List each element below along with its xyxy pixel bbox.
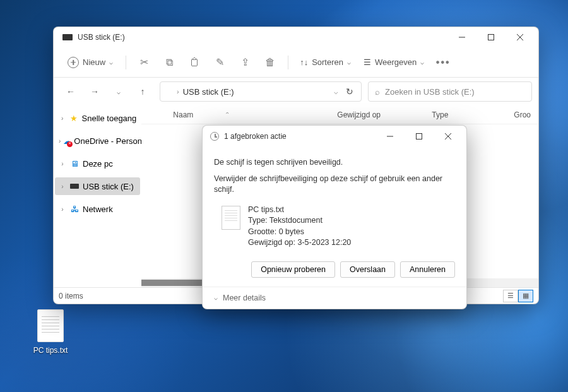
retry-button[interactable]: Opnieuw proberen <box>251 261 335 278</box>
dialog-maximize-button[interactable] <box>405 127 434 146</box>
minimize-button[interactable] <box>447 28 476 47</box>
new-label: Nieuw <box>83 57 105 67</box>
file-modified: Gewijzigd op: 3-5-2023 12:20 <box>248 237 351 249</box>
desktop-file-label: PC tips.txt <box>25 346 76 355</box>
sidebar-label: Snelle toegang <box>82 114 137 123</box>
more-button[interactable]: ••• <box>432 52 454 73</box>
network-icon: 🖧 <box>69 205 80 214</box>
sort-button[interactable]: ↑↓ Sorteren ⌵ <box>295 54 356 71</box>
expand-icon[interactable]: › <box>59 115 66 122</box>
sidebar-item-onedrive[interactable]: › ☁ OneDrive - Personal <box>55 132 140 150</box>
expand-icon[interactable]: › <box>59 160 66 167</box>
chevron-down-icon: ⌵ <box>214 294 218 301</box>
svg-rect-1 <box>488 35 494 40</box>
sort-label: Sorteren <box>312 57 343 67</box>
chevron-down-icon: ⌵ <box>347 59 351 66</box>
dialog-buttons: Opnieuw proberen Overslaan Annuleren <box>203 258 466 280</box>
refresh-button[interactable]: ↻ <box>342 82 357 101</box>
item-count: 0 items <box>59 292 83 300</box>
file-info: PC tips.txt Type: Tekstdocument Grootte:… <box>214 201 455 255</box>
search-input[interactable]: ⌕ Zoeken in USB stick (E:) <box>368 81 532 102</box>
col-type[interactable]: Type <box>432 110 514 119</box>
address-bar[interactable]: › USB stick (E:) ⌵ ↻ <box>160 81 362 102</box>
dialog-minimize-button[interactable] <box>376 127 405 146</box>
new-button[interactable]: Nieuw ⌵ <box>61 53 119 72</box>
pc-icon: 🖥︎ <box>69 159 80 169</box>
drive-icon <box>62 34 73 40</box>
star-icon: ★ <box>68 114 79 123</box>
dialog-message-2: Verwijder de schrijfbeveiliging op deze … <box>214 174 455 196</box>
sidebar-label: OneDrive - Personal <box>74 136 141 146</box>
chevron-down-icon[interactable]: ⌵ <box>334 88 338 96</box>
cut-button[interactable]: ✂ <box>133 52 155 73</box>
sidebar-label: Netwerk <box>83 205 113 214</box>
dialog-footer[interactable]: ⌵ Meer details <box>203 287 466 309</box>
breadcrumb[interactable]: USB stick (E:) <box>183 87 234 97</box>
chevron-down-icon: ⌵ <box>420 59 424 66</box>
recent-button[interactable]: ⌵ <box>108 82 129 101</box>
file-size: Grootte: 0 bytes <box>248 227 351 238</box>
titlebar[interactable]: USB stick (E:) <box>54 27 538 47</box>
search-placeholder: Zoeken in USB stick (E:) <box>385 87 475 97</box>
separator <box>288 56 288 69</box>
sidebar-item-quickaccess[interactable]: › ★ Snelle toegang <box>55 109 140 127</box>
expand-icon[interactable]: › <box>59 138 61 145</box>
view-button[interactable]: ☰ Weergeven ⌵ <box>358 54 429 71</box>
sidebar-label: Deze pc <box>83 159 113 169</box>
view-thumbnails-button[interactable]: ▦ <box>518 290 533 302</box>
drive-icon <box>164 89 173 94</box>
file-name: PC tips.txt <box>248 205 351 216</box>
search-icon: ⌕ <box>375 87 380 97</box>
document-icon <box>222 206 240 230</box>
cancel-button[interactable]: Annuleren <box>400 261 455 278</box>
more-details-label: Meer details <box>223 294 266 302</box>
paste-button[interactable]: 📋︎ <box>183 52 206 73</box>
sidebar: › ★ Snelle toegang › ☁ OneDrive - Person… <box>54 105 141 287</box>
expand-icon[interactable]: › <box>59 206 66 213</box>
skip-button[interactable]: Overslaan <box>340 261 395 278</box>
dialog-titlebar[interactable]: 1 afgebroken actie <box>203 126 466 147</box>
rename-button[interactable]: ✎ <box>208 52 231 73</box>
file-type: Type: Tekstdocument <box>248 215 351 227</box>
txt-file-icon <box>37 309 64 342</box>
col-modified[interactable]: Gewijzigd op <box>337 110 432 119</box>
svg-rect-5 <box>417 134 422 140</box>
toolbar: Nieuw ⌵ ✂ ⧉ 📋︎ ✎ ⇪ 🗑︎ ↑↓ Sorteren ⌵ ☰ We… <box>54 47 538 78</box>
sort-indicator-icon: ⌃ <box>225 111 230 118</box>
view-label: Weergeven <box>375 57 417 67</box>
sidebar-item-thispc[interactable]: › 🖥︎ Deze pc <box>55 155 140 172</box>
dialog-close-button[interactable] <box>434 127 463 146</box>
separator <box>126 56 126 69</box>
col-name[interactable]: Naam <box>173 110 193 119</box>
expand-icon[interactable]: › <box>59 183 66 190</box>
sidebar-label: USB stick (E:) <box>83 182 134 191</box>
plus-icon <box>68 57 79 68</box>
col-size[interactable]: Groo <box>514 110 531 119</box>
forward-button[interactable]: → <box>84 82 105 101</box>
dialog-title: 1 afgebroken actie <box>224 132 376 141</box>
chevron-right-icon: › <box>177 88 179 95</box>
error-dialog: 1 afgebroken actie De schijf is tegen sc… <box>202 125 467 309</box>
view-details-button[interactable]: ☰ <box>503 290 518 302</box>
sidebar-item-usb[interactable]: › USB stick (E:) <box>55 177 140 195</box>
up-button[interactable]: ↑ <box>132 82 153 101</box>
dialog-body: De schijf is tegen schrijven beveiligd. … <box>203 147 466 258</box>
navigation-row: ← → ⌵ ↑ › USB stick (E:) ⌵ ↻ ⌕ Zoeken in… <box>54 78 538 105</box>
chevron-down-icon: ⌵ <box>109 59 113 66</box>
sort-icon: ↑↓ <box>300 57 308 67</box>
window-title: USB stick (E:) <box>78 33 447 42</box>
clock-icon <box>210 132 219 141</box>
cloud-icon: ☁ <box>63 136 71 146</box>
share-button[interactable]: ⇪ <box>234 52 256 73</box>
delete-button[interactable]: 🗑︎ <box>259 52 281 73</box>
back-button[interactable]: ← <box>60 82 81 101</box>
desktop-file-pctips[interactable]: PC tips.txt <box>25 309 76 355</box>
view-icon: ☰ <box>364 57 371 67</box>
close-button[interactable] <box>506 28 535 47</box>
sidebar-item-network[interactable]: › 🖧 Netwerk <box>55 200 140 218</box>
maximize-button[interactable] <box>476 28 506 47</box>
column-headers: Naam⌃ Gewijzigd op Type Groo <box>141 105 538 124</box>
error-badge-icon <box>67 141 73 147</box>
drive-icon <box>69 184 80 189</box>
copy-button[interactable]: ⧉ <box>158 52 180 73</box>
